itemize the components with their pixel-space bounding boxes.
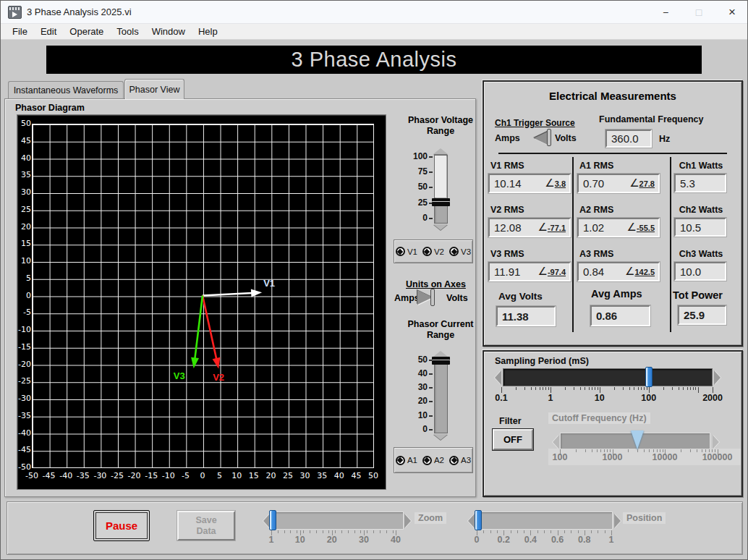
menu-file[interactable]: File — [7, 25, 33, 38]
pause-button[interactable]: Pause — [93, 510, 150, 541]
y-tick-label: -40 — [17, 428, 31, 438]
position-increment-arrow[interactable] — [614, 514, 621, 528]
trigger-toggle-switch[interactable] — [534, 132, 548, 145]
radio-icon — [396, 247, 405, 256]
sampling-tick — [672, 387, 673, 390]
units-volts-label: Volts — [446, 293, 468, 303]
current-range-down-arrow[interactable] — [433, 434, 448, 440]
sampling-tick — [598, 387, 598, 390]
sampling-tick — [543, 387, 543, 390]
y-tick-label: 5 — [17, 273, 31, 283]
current-channel-a3[interactable]: A3 — [449, 456, 471, 465]
zoom-tick — [335, 530, 336, 533]
tab-phasor-view[interactable]: Phasor View — [124, 79, 184, 99]
zoom-tick — [316, 530, 317, 533]
voltage-range-down-arrow[interactable] — [433, 224, 448, 230]
zoom-tick — [341, 530, 342, 533]
position-tick — [517, 530, 518, 533]
position-slider-handle[interactable] — [475, 510, 482, 530]
close-icon[interactable]: × — [715, 1, 748, 24]
position-slider-track[interactable] — [475, 512, 613, 530]
sampling-increment-arrow[interactable] — [714, 370, 721, 385]
position-tick — [511, 530, 511, 533]
voltage-channel-v2[interactable]: V2 — [422, 247, 444, 256]
fundamental-frequency-label: Fundamental Frequency — [599, 114, 703, 124]
sampling-scale-label: 1 — [530, 393, 571, 403]
cutoff-decrement-arrow[interactable] — [553, 435, 559, 449]
filter-off-button[interactable]: OFF — [493, 429, 533, 450]
sampling-tick — [524, 387, 525, 390]
current-channel-a1[interactable]: A1 — [396, 456, 417, 465]
rms-value: 1.02 — [579, 221, 604, 234]
cutoff-increment-arrow[interactable] — [713, 435, 719, 449]
sampling-slider-track[interactable] — [503, 368, 713, 386]
rms-angle-value: -77.1 — [548, 224, 566, 232]
current-channel-a2[interactable]: A2 — [422, 456, 444, 465]
position-label: Position — [623, 512, 666, 524]
voltage-channel-v1[interactable]: V1 — [396, 247, 417, 256]
rms-label: A3 RMS — [579, 249, 613, 259]
units-toggle-knob[interactable] — [430, 289, 435, 306]
sampling-tick — [614, 387, 615, 390]
position-tick — [564, 530, 565, 533]
radio-icon — [449, 456, 459, 465]
rms-display: 0.70∠27.8 — [577, 174, 660, 193]
voltage-channel-v3[interactable]: V3 — [449, 247, 471, 256]
trigger-amps-label: Amps — [495, 133, 520, 143]
current-range-scale-tick — [429, 429, 433, 430]
window-controls: − □ × — [649, 1, 748, 24]
zoom-slider-track[interactable] — [271, 512, 404, 530]
y-tick-label: -15 — [17, 342, 31, 352]
app-title: 3 Phase Analysis — [292, 48, 457, 72]
save-data-button[interactable]: Save Data — [177, 511, 235, 540]
pause-button-face[interactable]: Pause — [95, 512, 148, 539]
menu-bar: FileEditOperateToolsWindowHelp — [1, 24, 748, 40]
zoom-tick — [284, 530, 285, 533]
save-data-label: Save Data — [190, 515, 223, 537]
position-decrement-arrow[interactable] — [468, 514, 475, 528]
menu-help[interactable]: Help — [192, 25, 224, 38]
maximize-icon[interactable]: □ — [682, 1, 715, 24]
trigger-toggle-knob[interactable] — [547, 129, 551, 146]
radio-icon — [422, 456, 432, 465]
zoom-tick — [393, 530, 394, 533]
fundamental-frequency-display: 360.0 — [605, 130, 652, 148]
position-tick — [578, 530, 579, 533]
zoom-slider-handle[interactable] — [269, 510, 276, 530]
phasor-diagram[interactable]: 50454035302520151050-5-10-15-20-25-30-35… — [17, 114, 386, 490]
minimize-icon[interactable]: − — [649, 1, 682, 24]
sampling-tick — [679, 387, 679, 390]
position-scale-label: 1 — [591, 535, 632, 545]
menu-edit[interactable]: Edit — [35, 25, 62, 38]
current-range-up-arrow[interactable] — [433, 351, 448, 357]
menu-tools[interactable]: Tools — [111, 25, 144, 38]
sampling-decrement-arrow[interactable] — [495, 370, 501, 385]
sampling-tick — [663, 387, 664, 390]
radio-icon — [396, 456, 405, 465]
radio-icon — [422, 247, 432, 256]
zoom-increment-arrow[interactable] — [404, 514, 411, 528]
voltage-range-up-arrow[interactable] — [433, 148, 448, 154]
current-range-handle[interactable] — [432, 357, 450, 365]
menu-operate[interactable]: Operate — [64, 25, 109, 38]
menu-window[interactable]: Window — [146, 25, 191, 38]
sampling-tick — [545, 387, 546, 390]
sampling-slider-handle[interactable] — [645, 367, 653, 387]
cutoff-slider-handle[interactable] — [631, 430, 644, 449]
rms-value: 12.08 — [490, 221, 522, 234]
voltage-range-handle[interactable] — [432, 198, 450, 206]
tab-instantaneous-waveforms[interactable]: Instantaneous Waveforms — [8, 81, 124, 99]
labview-app-icon — [8, 6, 22, 19]
plot-grid — [32, 124, 374, 468]
phasor-label-v1: V1 — [263, 278, 275, 289]
voltage-range-label: Phasor Voltage Range — [401, 115, 480, 137]
y-tick-label: 45 — [17, 136, 31, 145]
current-range-track[interactable] — [434, 357, 448, 433]
current-range-scale-label: 0 — [403, 424, 428, 434]
voltage-range-scale-label: 25 — [403, 198, 428, 208]
position-tick — [497, 530, 498, 533]
position-tick — [605, 530, 605, 533]
angle-icon: ∠ — [629, 179, 639, 188]
angle-icon: ∠ — [626, 223, 636, 232]
y-tick-label: 50 — [17, 119, 31, 128]
